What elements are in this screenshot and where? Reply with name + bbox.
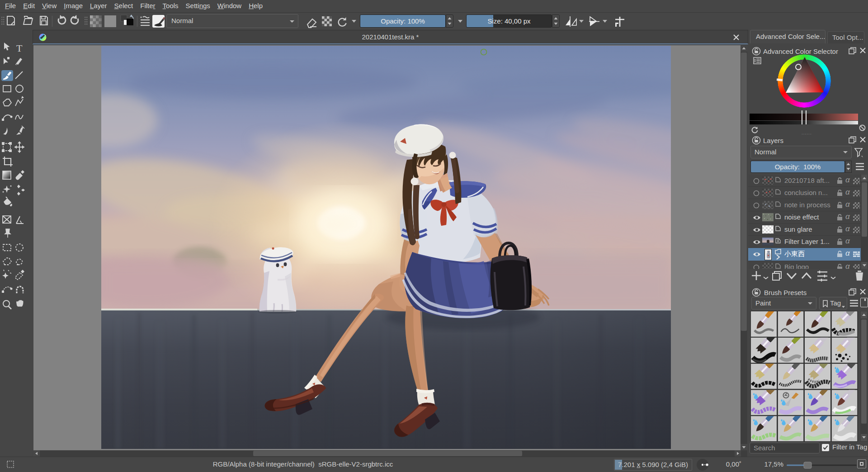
svg-text:T: T <box>16 43 23 54</box>
